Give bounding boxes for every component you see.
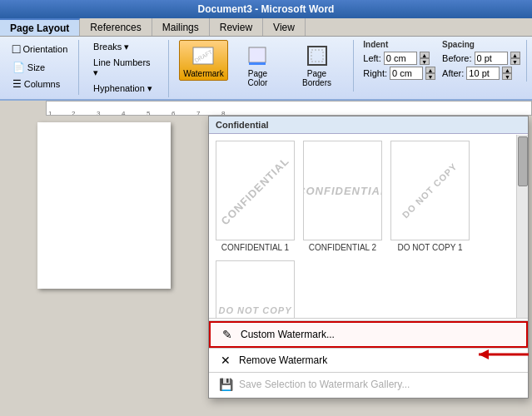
hyphenation-button[interactable]: Hyphenation ▾ <box>89 82 162 96</box>
indent-right-down[interactable]: ▼ <box>425 73 435 80</box>
page-borders-icon <box>304 42 331 69</box>
page-borders-button[interactable]: Page Borders <box>287 40 346 90</box>
document-page <box>37 122 171 289</box>
ribbon: □ Orientation 📄 Size ☰ Columns Breaks ▾ … <box>0 37 532 101</box>
watermark-gallery-header: Confidential <box>209 116 528 134</box>
page-color-button[interactable]: Page Color <box>233 40 283 90</box>
page-view <box>0 116 208 416</box>
svg-rect-2 <box>249 47 266 62</box>
remove-watermark-icon: ✕ <box>217 352 234 369</box>
spacing-after-row: After: ▲ ▼ <box>442 67 520 80</box>
spacing-before-label: Before: <box>442 53 471 63</box>
indent-right-row: Right: ▲ ▼ <box>363 67 435 80</box>
svg-rect-3 <box>249 62 266 65</box>
watermark-preview-confidential2: CONFIDENTIAL <box>303 141 382 240</box>
indent-right-spin[interactable]: ▲ ▼ <box>425 67 435 80</box>
watermark-gallery: CONFIDENTIAL CONFIDENTIAL 1 CONFIDENTIAL… <box>209 134 528 318</box>
spacing-after-spin[interactable]: ▲ ▼ <box>502 67 512 80</box>
spacing-after-label: After: <box>442 68 464 78</box>
svg-rect-5 <box>311 50 323 62</box>
remove-watermark-label: Remove Watermark <box>239 354 327 366</box>
ribbon-group-indent-spacing: Indent Left: ▲ ▼ Right: ▲ ▼ <box>360 40 527 82</box>
indent-right-label: Right: <box>363 68 387 78</box>
line-numbers-button[interactable]: Line Numbers ▾ <box>89 56 162 80</box>
breaks-button[interactable]: Breaks ▾ <box>89 40 162 54</box>
spacing-before-down[interactable]: ▼ <box>510 58 520 65</box>
title-text: Document3 - Microsoft Word <box>198 3 335 15</box>
spacing-before-up[interactable]: ▲ <box>510 52 520 58</box>
watermark-button[interactable]: DRAFT Watermark <box>179 40 228 81</box>
save-watermark-icon: 💾 <box>217 376 234 393</box>
tab-bar: Page Layout References Mailings Review V… <box>0 18 532 37</box>
watermark-preview-donotcopy1: DO NOT COPY <box>390 141 470 240</box>
watermark-preview-donotcopy2: DO NOT COPY <box>216 260 295 318</box>
watermark-icon: DRAFT <box>190 42 216 69</box>
spacing-before-spin[interactable]: ▲ ▼ <box>510 52 520 65</box>
spacing-after-down[interactable]: ▼ <box>502 73 512 80</box>
tab-review[interactable]: Review <box>210 18 263 36</box>
spacing-label: Spacing <box>442 40 520 49</box>
indent-right-input[interactable] <box>390 67 423 80</box>
indent-right-up[interactable]: ▲ <box>425 67 435 73</box>
indent-left-row: Left: ▲ ▼ <box>363 52 435 65</box>
watermark-item-confidential2[interactable]: CONFIDENTIAL CONFIDENTIAL 2 <box>303 141 382 252</box>
tab-mailings[interactable]: Mailings <box>152 18 210 36</box>
spacing-before-input[interactable] <box>475 52 508 65</box>
ruler-side-left <box>0 101 46 116</box>
spacing-before-row: Before: ▲ ▼ <box>442 52 520 65</box>
gallery-scrollbar[interactable] <box>516 135 528 318</box>
main-area: Confidential CONFIDENTIAL CONFIDENTIAL 1… <box>0 116 532 416</box>
size-button[interactable]: 📄 Size <box>8 60 72 75</box>
indent-left-up[interactable]: ▲ <box>420 52 430 58</box>
indent-left-label: Left: <box>363 53 380 63</box>
save-watermark-label: Save Selection to Watermark Gallery... <box>239 379 410 390</box>
red-arrow <box>470 344 532 367</box>
indent-column: Indent Left: ▲ ▼ Right: ▲ ▼ <box>363 40 435 80</box>
breaks-small-buttons: Breaks ▾ Line Numbers ▾ Hyphenation ▾ <box>89 40 162 96</box>
ribbon-group-breaks: Breaks ▾ Line Numbers ▾ Hyphenation ▾ <box>86 40 169 97</box>
tab-references[interactable]: References <box>80 18 152 36</box>
watermark-item-donotcopy1[interactable]: DO NOT COPY DO NOT COPY 1 <box>390 141 470 252</box>
spacing-column: Spacing Before: ▲ ▼ After: ▲ ▼ <box>442 40 520 80</box>
watermark-item-confidential1[interactable]: CONFIDENTIAL CONFIDENTIAL 1 <box>216 141 295 252</box>
scrollbar-thumb[interactable] <box>518 136 528 186</box>
spacing-after-up[interactable]: ▲ <box>502 67 512 73</box>
ruler: 1 2 3 4 5 6 7 8 <box>0 101 532 116</box>
tab-page-layout[interactable]: Page Layout <box>0 18 80 36</box>
page-setup-small-buttons: □ Orientation 📄 Size ☰ Columns <box>8 40 72 92</box>
ribbon-group-page-setup: □ Orientation 📄 Size ☰ Columns <box>5 40 79 95</box>
columns-button[interactable]: ☰ Columns <box>8 77 72 92</box>
custom-watermark-icon: ✎ <box>219 326 236 343</box>
ruler-main: 1 2 3 4 5 6 7 8 <box>46 101 532 116</box>
svg-rect-4 <box>308 47 326 65</box>
svg-marker-7 <box>479 349 489 359</box>
indent-spacing-fields: Indent Left: ▲ ▼ Right: ▲ ▼ <box>363 40 520 80</box>
spacing-after-input[interactable] <box>466 67 500 80</box>
tab-view[interactable]: View <box>263 18 306 36</box>
watermark-preview-confidential1: CONFIDENTIAL <box>216 141 295 240</box>
page-color-icon <box>244 42 271 69</box>
save-watermark-button: 💾 Save Selection to Watermark Gallery... <box>209 373 528 396</box>
ribbon-group-page-background: DRAFT Watermark Page Color <box>176 40 354 92</box>
indent-left-spin[interactable]: ▲ ▼ <box>420 52 430 65</box>
indent-label: Indent <box>363 40 435 49</box>
watermark-item-donotcopy2[interactable]: DO NOT COPY DO NOT COPY 2 <box>216 260 295 318</box>
custom-watermark-label: Custom Watermark... <box>241 329 335 340</box>
title-bar: Document3 - Microsoft Word <box>0 0 532 18</box>
indent-left-input[interactable] <box>384 52 417 65</box>
orientation-button[interactable]: □ Orientation <box>8 40 72 58</box>
indent-left-down[interactable]: ▼ <box>420 58 430 65</box>
